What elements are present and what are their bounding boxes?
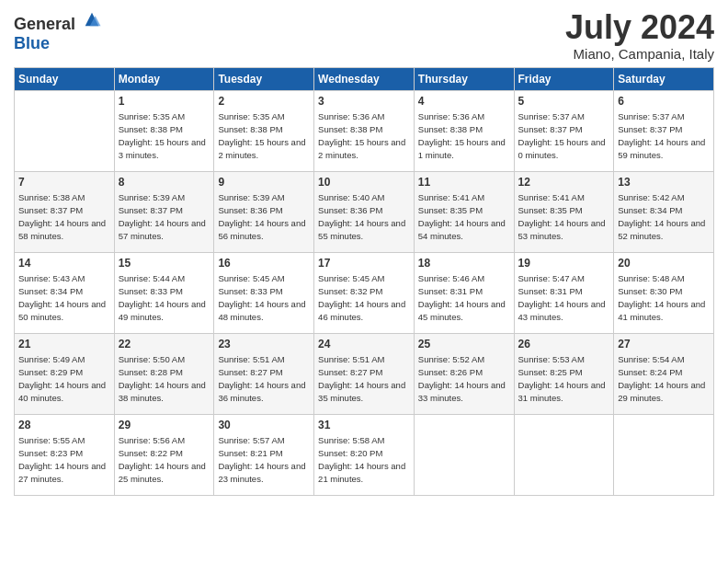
day-number: 9 xyxy=(218,175,310,190)
day-number: 14 xyxy=(18,256,110,271)
calendar-cell: 10Sunrise: 5:40 AMSunset: 8:36 PMDayligh… xyxy=(314,171,415,252)
calendar-cell: 23Sunrise: 5:51 AMSunset: 8:27 PMDayligh… xyxy=(214,333,314,414)
calendar-cell: 9Sunrise: 5:39 AMSunset: 8:36 PMDaylight… xyxy=(214,171,314,252)
header: General Blue July 2024 Miano, Campania, … xyxy=(14,9,714,62)
logo-general: General xyxy=(14,15,75,33)
week-row-3: 14Sunrise: 5:43 AMSunset: 8:34 PMDayligh… xyxy=(15,252,714,333)
header-monday: Monday xyxy=(114,67,214,90)
calendar-cell: 31Sunrise: 5:58 AMSunset: 8:20 PMDayligh… xyxy=(314,414,415,495)
day-info: Sunrise: 5:46 AMSunset: 8:31 PMDaylight:… xyxy=(418,272,510,323)
calendar-cell: 25Sunrise: 5:52 AMSunset: 8:26 PMDayligh… xyxy=(414,333,514,414)
day-info: Sunrise: 5:58 AMSunset: 8:20 PMDaylight:… xyxy=(318,434,410,485)
day-info: Sunrise: 5:36 AMSunset: 8:38 PMDaylight:… xyxy=(318,110,410,161)
calendar-cell: 16Sunrise: 5:45 AMSunset: 8:33 PMDayligh… xyxy=(214,252,314,333)
calendar-cell: 26Sunrise: 5:53 AMSunset: 8:25 PMDayligh… xyxy=(514,333,614,414)
day-number: 2 xyxy=(218,94,310,109)
calendar-cell: 3Sunrise: 5:36 AMSunset: 8:38 PMDaylight… xyxy=(314,90,415,171)
day-info: Sunrise: 5:40 AMSunset: 8:36 PMDaylight:… xyxy=(318,191,410,242)
calendar-subtitle: Miano, Campania, Italy xyxy=(565,46,714,62)
day-info: Sunrise: 5:54 AMSunset: 8:24 PMDaylight:… xyxy=(618,353,710,404)
day-number: 24 xyxy=(318,337,410,352)
calendar-cell: 24Sunrise: 5:51 AMSunset: 8:27 PMDayligh… xyxy=(314,333,415,414)
day-number: 12 xyxy=(518,175,610,190)
day-info: Sunrise: 5:50 AMSunset: 8:28 PMDaylight:… xyxy=(119,353,210,404)
header-sunday: Sunday xyxy=(15,67,115,90)
day-info: Sunrise: 5:35 AMSunset: 8:38 PMDaylight:… xyxy=(218,110,310,161)
day-number: 4 xyxy=(418,94,510,109)
day-info: Sunrise: 5:39 AMSunset: 8:37 PMDaylight:… xyxy=(119,191,210,242)
calendar-cell: 21Sunrise: 5:49 AMSunset: 8:29 PMDayligh… xyxy=(15,333,115,414)
header-friday: Friday xyxy=(514,67,614,90)
calendar-cell: 8Sunrise: 5:39 AMSunset: 8:37 PMDaylight… xyxy=(114,171,214,252)
day-info: Sunrise: 5:37 AMSunset: 8:37 PMDaylight:… xyxy=(518,110,610,161)
day-number: 10 xyxy=(318,175,410,190)
day-number: 26 xyxy=(518,337,610,352)
day-number: 19 xyxy=(518,256,610,271)
calendar-cell: 17Sunrise: 5:45 AMSunset: 8:32 PMDayligh… xyxy=(314,252,415,333)
calendar-cell xyxy=(614,414,714,495)
calendar-cell: 19Sunrise: 5:47 AMSunset: 8:31 PMDayligh… xyxy=(514,252,614,333)
weekday-header-row: Sunday Monday Tuesday Wednesday Thursday… xyxy=(15,67,714,90)
day-number: 18 xyxy=(418,256,510,271)
day-number: 7 xyxy=(18,175,110,190)
day-info: Sunrise: 5:43 AMSunset: 8:34 PMDaylight:… xyxy=(18,272,110,323)
calendar-cell: 4Sunrise: 5:36 AMSunset: 8:38 PMDaylight… xyxy=(414,90,514,171)
day-info: Sunrise: 5:41 AMSunset: 8:35 PMDaylight:… xyxy=(418,191,510,242)
day-info: Sunrise: 5:48 AMSunset: 8:30 PMDaylight:… xyxy=(618,272,710,323)
calendar-cell: 7Sunrise: 5:38 AMSunset: 8:37 PMDaylight… xyxy=(15,171,115,252)
calendar-title: July 2024 xyxy=(565,9,714,46)
calendar-cell: 1Sunrise: 5:35 AMSunset: 8:38 PMDaylight… xyxy=(114,90,214,171)
day-info: Sunrise: 5:51 AMSunset: 8:27 PMDaylight:… xyxy=(318,353,410,404)
logo-text: General Blue xyxy=(14,9,102,53)
week-row-1: 1Sunrise: 5:35 AMSunset: 8:38 PMDaylight… xyxy=(15,90,714,171)
title-block: July 2024 Miano, Campania, Italy xyxy=(565,9,714,62)
day-info: Sunrise: 5:35 AMSunset: 8:38 PMDaylight:… xyxy=(119,110,210,161)
day-number: 31 xyxy=(318,418,410,433)
calendar-cell: 12Sunrise: 5:41 AMSunset: 8:35 PMDayligh… xyxy=(514,171,614,252)
calendar-cell: 22Sunrise: 5:50 AMSunset: 8:28 PMDayligh… xyxy=(114,333,214,414)
calendar-cell: 13Sunrise: 5:42 AMSunset: 8:34 PMDayligh… xyxy=(614,171,714,252)
logo-icon xyxy=(82,9,102,29)
day-number: 23 xyxy=(218,337,310,352)
day-info: Sunrise: 5:52 AMSunset: 8:26 PMDaylight:… xyxy=(418,353,510,404)
day-info: Sunrise: 5:45 AMSunset: 8:33 PMDaylight:… xyxy=(218,272,310,323)
calendar-cell: 30Sunrise: 5:57 AMSunset: 8:21 PMDayligh… xyxy=(214,414,314,495)
calendar-cell: 20Sunrise: 5:48 AMSunset: 8:30 PMDayligh… xyxy=(614,252,714,333)
calendar-cell xyxy=(15,90,115,171)
calendar-container: General Blue July 2024 Miano, Campania, … xyxy=(0,0,728,505)
day-info: Sunrise: 5:41 AMSunset: 8:35 PMDaylight:… xyxy=(518,191,610,242)
week-row-5: 28Sunrise: 5:55 AMSunset: 8:23 PMDayligh… xyxy=(15,414,714,495)
calendar-cell: 18Sunrise: 5:46 AMSunset: 8:31 PMDayligh… xyxy=(414,252,514,333)
day-number: 5 xyxy=(518,94,610,109)
week-row-2: 7Sunrise: 5:38 AMSunset: 8:37 PMDaylight… xyxy=(15,171,714,252)
calendar-cell: 6Sunrise: 5:37 AMSunset: 8:37 PMDaylight… xyxy=(614,90,714,171)
day-number: 25 xyxy=(418,337,510,352)
day-info: Sunrise: 5:42 AMSunset: 8:34 PMDaylight:… xyxy=(618,191,710,242)
calendar-cell xyxy=(414,414,514,495)
calendar-cell: 15Sunrise: 5:44 AMSunset: 8:33 PMDayligh… xyxy=(114,252,214,333)
day-number: 13 xyxy=(618,175,710,190)
day-number: 8 xyxy=(119,175,210,190)
header-thursday: Thursday xyxy=(414,67,514,90)
day-info: Sunrise: 5:56 AMSunset: 8:22 PMDaylight:… xyxy=(119,434,210,485)
day-info: Sunrise: 5:55 AMSunset: 8:23 PMDaylight:… xyxy=(18,434,110,485)
calendar-cell: 2Sunrise: 5:35 AMSunset: 8:38 PMDaylight… xyxy=(214,90,314,171)
day-number: 20 xyxy=(618,256,710,271)
day-info: Sunrise: 5:44 AMSunset: 8:33 PMDaylight:… xyxy=(119,272,210,323)
week-row-4: 21Sunrise: 5:49 AMSunset: 8:29 PMDayligh… xyxy=(15,333,714,414)
header-saturday: Saturday xyxy=(614,67,714,90)
day-info: Sunrise: 5:36 AMSunset: 8:38 PMDaylight:… xyxy=(418,110,510,161)
day-number: 30 xyxy=(218,418,310,433)
day-info: Sunrise: 5:49 AMSunset: 8:29 PMDaylight:… xyxy=(18,353,110,404)
day-number: 11 xyxy=(418,175,510,190)
calendar-cell xyxy=(514,414,614,495)
calendar-cell: 28Sunrise: 5:55 AMSunset: 8:23 PMDayligh… xyxy=(15,414,115,495)
day-number: 16 xyxy=(218,256,310,271)
day-number: 27 xyxy=(618,337,710,352)
day-info: Sunrise: 5:39 AMSunset: 8:36 PMDaylight:… xyxy=(218,191,310,242)
day-number: 21 xyxy=(18,337,110,352)
day-number: 3 xyxy=(318,94,410,109)
calendar-table: Sunday Monday Tuesday Wednesday Thursday… xyxy=(14,67,714,496)
day-info: Sunrise: 5:57 AMSunset: 8:21 PMDaylight:… xyxy=(218,434,310,485)
day-number: 22 xyxy=(119,337,210,352)
